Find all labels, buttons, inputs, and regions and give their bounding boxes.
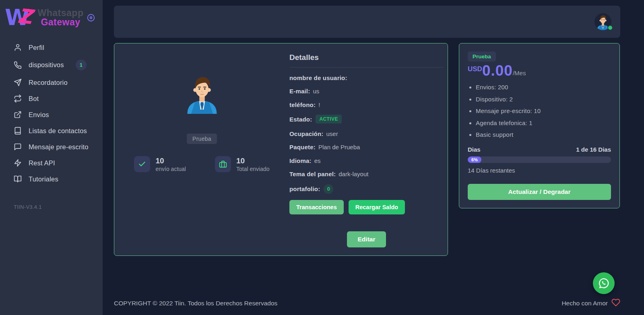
price-currency: USD [468, 65, 482, 73]
profile-plan-badge: Prueba [187, 134, 217, 144]
detail-row-package: Paquete: Plan de Prueba [289, 144, 444, 150]
sidebar-item-mensaje-pre-escrito[interactable]: Mensaje pre-escrito [0, 139, 103, 155]
sidebar-nav: Perfil dispositivos 1 Recordatorio Bot E… [0, 39, 103, 187]
upgrade-downgrade-button[interactable]: Actualizar / Degradar [468, 184, 611, 200]
plan-feature: Envios: 200 [476, 84, 611, 91]
detail-row-portfolio: portafolio: 0 [289, 184, 444, 194]
app-root: { "app": { "logo_w": "W", "logo_z": "Z",… [0, 0, 644, 315]
copyright-text: COPYRIGHT © 2022 Tiin. Todos los Derecho… [114, 300, 277, 307]
sidebar-item-perfil[interactable]: Perfil [0, 39, 103, 56]
edit-button[interactable]: Editar [347, 231, 386, 247]
plan-feature: Mensaje pre-escrito: 10 [476, 107, 611, 114]
status-active-badge: ACTIVE [316, 115, 341, 124]
sidebar-item-label: Recordatorio [29, 79, 68, 86]
app-title: Whatsapp Gateway [35, 8, 86, 27]
cards-row: Prueba 10 envío actual [114, 43, 620, 256]
stat-value: 10 [236, 156, 270, 166]
sidebar-item-label: Bot [29, 95, 39, 103]
message-square-icon [14, 143, 22, 151]
profile-card-left: Prueba 10 envío actual [114, 51, 289, 247]
transactions-button[interactable]: Transacciones [289, 200, 344, 214]
footer: COPYRIGHT © 2022 Tiin. Todos los Derecho… [114, 298, 620, 315]
days-total: 1 de 16 Dias [576, 146, 611, 153]
sidebar-item-label: Envios [29, 111, 49, 119]
sidebar-item-label: Mensaje pre-escrito [29, 143, 89, 151]
detail-row-theme: Tema del panel: dark-layout [289, 171, 444, 177]
detail-row-phone: teléfono: ! [289, 101, 444, 108]
send-icon [14, 78, 22, 86]
whatsapp-fab-button[interactable] [593, 272, 615, 294]
phone-icon [14, 61, 22, 69]
app-title-line2: Gateway [35, 18, 86, 27]
stat-label: Total enviado [236, 166, 270, 172]
app-title-line1: Whatsapp [35, 8, 86, 18]
repeat-icon [14, 95, 22, 103]
sidebar-item-bot[interactable]: Bot [0, 91, 103, 107]
days-row: Dias 1 de 16 Dias [468, 146, 611, 153]
plan-feature: Dispositivo: 2 [476, 96, 611, 103]
plan-features-list: Envios: 200 Dispositivo: 2 Mensaje pre-e… [476, 84, 611, 138]
stat-current-sends: 10 envío actual [134, 156, 186, 172]
plan-feature: Agenda telefonica: 1 [476, 119, 611, 126]
sidebar-item-tutoriales[interactable]: Tutoriales [0, 171, 103, 187]
days-progress-fill: 6% [468, 156, 481, 163]
detail-row-language: Idioma: es [289, 157, 444, 164]
days-label: Dias [468, 146, 481, 153]
sidebar: W Z Whatsapp Gateway Perfil dispositivos… [0, 0, 103, 315]
detail-row-occupation: Ocupación: user [289, 130, 444, 137]
made-with: Hecho con Amor [561, 298, 620, 309]
sidebar-item-label: dispositivos [29, 61, 64, 69]
sidebar-item-label: Tutoriales [29, 175, 58, 183]
made-with-text: Hecho con Amor [561, 300, 608, 307]
sidebar-item-label: Listas de contactos [29, 127, 87, 135]
price-value: 0.00 [482, 63, 513, 78]
whatsapp-icon [598, 277, 610, 289]
topbar [114, 6, 620, 38]
online-status-dot [607, 25, 613, 31]
sidebar-item-recordatorio[interactable]: Recordatorio [0, 74, 103, 91]
logo[interactable]: W Z Whatsapp Gateway [0, 4, 103, 37]
detail-row-email: E-mail: us [289, 88, 444, 95]
details-title: Detalles [289, 51, 444, 68]
book-open-icon [14, 175, 22, 183]
profile-card: Prueba 10 envío actual [114, 43, 448, 256]
sidebar-toggle-icon[interactable] [87, 13, 95, 22]
portfolio-count-badge: 0 [324, 184, 333, 194]
profile-avatar-illustration [181, 72, 223, 114]
devices-count-badge: 1 [76, 60, 87, 70]
sidebar-item-listas-de-contactos[interactable]: Listas de contactos [0, 123, 103, 139]
user-avatar[interactable] [594, 13, 611, 30]
stat-total-sent: 10 Total enviado [215, 156, 270, 172]
zap-icon [14, 159, 22, 167]
book-icon [14, 127, 22, 135]
external-link-icon [14, 111, 22, 119]
sidebar-item-label: Rest API [29, 159, 55, 167]
sidebar-item-envios[interactable]: Envios [0, 107, 103, 123]
sidebar-item-rest-api[interactable]: Rest API [0, 155, 103, 171]
detail-row-status: Estado: ACTIVE [289, 115, 444, 124]
price-period: /Mes [513, 70, 526, 76]
briefcase-icon [215, 156, 231, 172]
days-progress-track: 6% [468, 156, 611, 163]
check-icon [134, 156, 150, 172]
stats-row: 10 envío actual 10 Total enviado [134, 156, 269, 172]
heart-icon [611, 298, 620, 309]
logo-mark: W Z [4, 6, 35, 30]
days-remaining: 14 Días restantes [468, 167, 611, 174]
edit-button-wrap: Editar [289, 231, 444, 247]
plan-feature: Basic support [476, 131, 611, 138]
app-version: TIIN-V3.4.1 [0, 187, 103, 210]
logo-letter-z: Z [17, 4, 33, 29]
sidebar-item-dispositivos[interactable]: dispositivos 1 [0, 56, 103, 74]
main-content: Prueba 10 envío actual [103, 0, 644, 315]
details-section: Detalles nombre de usuario: E-mail: us t… [289, 51, 448, 247]
recharge-balance-button[interactable]: Recargar Saldo [349, 200, 405, 214]
user-icon [14, 43, 22, 51]
plan-name-badge: Prueba [468, 51, 496, 62]
plan-price: USD 0.00 /Mes [468, 63, 611, 78]
plan-card: Prueba USD 0.00 /Mes Envios: 200 Disposi… [459, 43, 620, 208]
detail-row-username: nombre de usuario: [289, 74, 444, 81]
detail-buttons: Transacciones Recargar Saldo [289, 200, 444, 214]
stat-value: 10 [155, 156, 186, 166]
sidebar-item-label: Perfil [29, 44, 44, 51]
